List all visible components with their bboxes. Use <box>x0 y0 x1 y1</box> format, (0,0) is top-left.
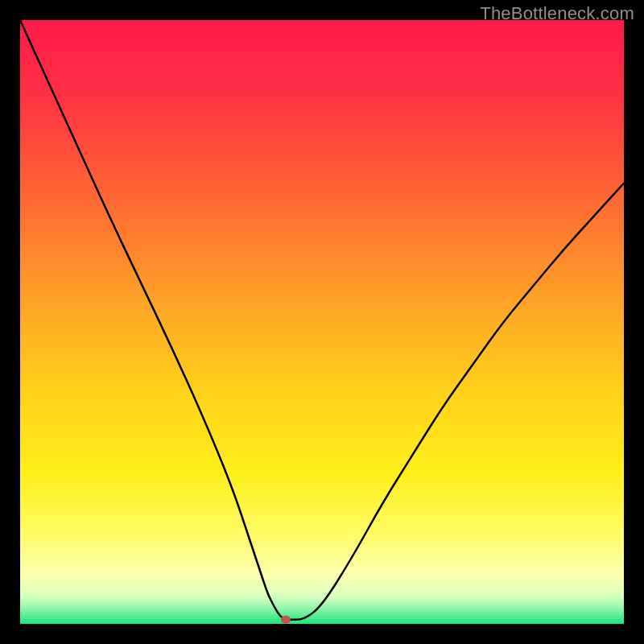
outer-frame: TheBottleneck.com <box>0 0 644 644</box>
chart-svg <box>20 20 624 624</box>
gradient-background <box>20 20 624 624</box>
optimum-marker <box>281 616 291 624</box>
plot-area <box>20 20 624 624</box>
watermark-text: TheBottleneck.com <box>480 3 634 24</box>
